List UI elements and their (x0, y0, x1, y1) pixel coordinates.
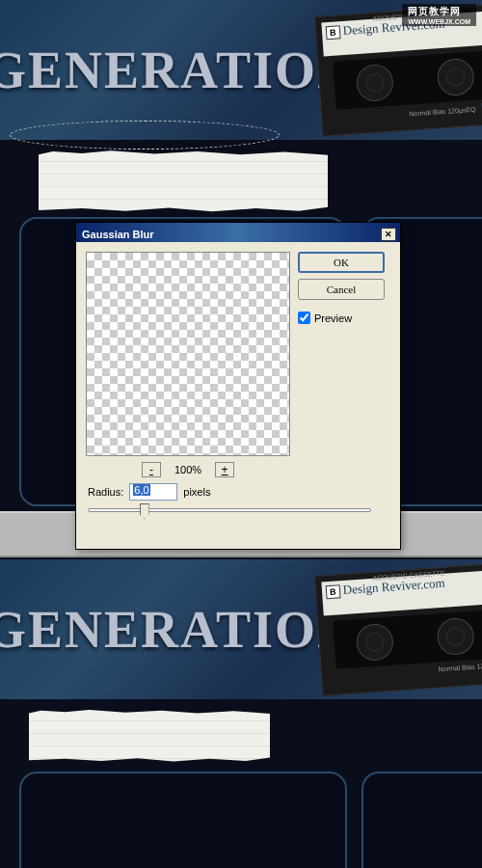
preview-label: Preview (314, 312, 352, 324)
side-controls: OK Cancel Preview (298, 252, 385, 477)
preview-checkbox[interactable] (298, 312, 310, 324)
content-panel-left-b (19, 772, 347, 868)
watermark: 网页教学网 WWW.WEBJX.COM (402, 4, 476, 26)
cassette-bias-b: Normal Bias 120µsEQ (438, 662, 482, 673)
radius-unit: pixels (183, 486, 210, 498)
minus-icon: - (149, 463, 153, 476)
cancel-button[interactable]: Cancel (298, 279, 385, 300)
cassette-side-badge: B (326, 25, 340, 40)
gaussian-blur-dialog: Gaussian Blur ✕ - 100% + OK Cancel Previ… (75, 222, 401, 550)
close-icon: ✕ (385, 230, 392, 239)
reel-left (356, 64, 395, 103)
logo-text-bottom: GENERATION X (0, 600, 357, 660)
radius-input[interactable]: 6,0 (129, 483, 177, 501)
reel-left-b (356, 623, 395, 663)
banner-bottom: GENERATION X ACOUSTIC CASSETTE B Design … (0, 559, 482, 699)
content-panel-right-b (362, 772, 482, 868)
radius-label: Radius: (88, 486, 123, 498)
zoom-in-button[interactable]: + (215, 462, 234, 477)
zoom-level: 100% (174, 464, 201, 475)
zoom-out-button[interactable]: - (142, 462, 161, 477)
preview-checkbox-row[interactable]: Preview (298, 312, 385, 324)
ok-button[interactable]: OK (298, 252, 385, 273)
logo-main-bottom: GENERATION (0, 601, 357, 659)
plus-icon: + (222, 463, 228, 476)
radius-slider[interactable] (88, 508, 371, 512)
reel-right (436, 58, 475, 97)
selection-marquee (10, 121, 280, 149)
dialog-titlebar[interactable]: Gaussian Blur ✕ (76, 223, 400, 242)
reel-right-b (436, 617, 475, 657)
cassette-bias: Normal Bias 120µsEQ (409, 106, 476, 118)
cassette-side-badge-b: B (326, 584, 340, 599)
paper-scrap-bottom (29, 709, 270, 762)
dialog-body: - 100% + OK Cancel Preview (76, 242, 400, 487)
paper-scrap-top (39, 149, 328, 212)
zoom-controls: - 100% + (86, 462, 290, 477)
radius-row: Radius: 6,0 pixels (88, 483, 210, 501)
logo-text: GENERATION X (0, 41, 357, 100)
close-button[interactable]: ✕ (381, 228, 396, 241)
slider-thumb[interactable] (140, 503, 149, 519)
preview-area: - 100% + (86, 252, 290, 477)
watermark-sub: WWW.WEBJX.COM (408, 18, 470, 25)
dialog-title: Gaussian Blur (82, 229, 154, 240)
cassette-tape-bottom: ACOUSTIC CASSETTE B Design Reviver.com N… (314, 562, 482, 696)
preview-canvas[interactable] (86, 252, 290, 456)
logo-main: GENERATION (0, 41, 357, 99)
watermark-main: 网页教学网 (408, 6, 461, 16)
